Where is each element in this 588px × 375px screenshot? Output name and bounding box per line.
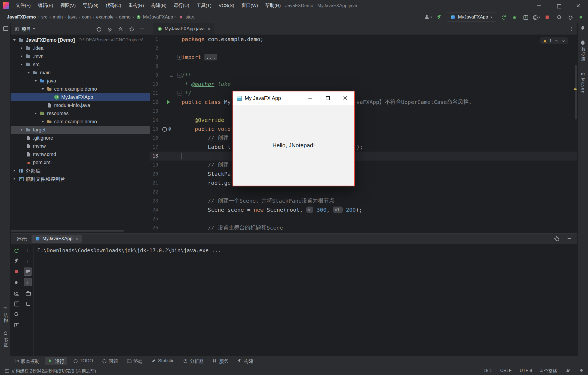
bottombar-tab[interactable]: Statistic <box>148 357 177 364</box>
javafx-maximize-button[interactable] <box>319 91 336 105</box>
bottombar-tab[interactable]: 服务 <box>209 357 231 365</box>
chevron-down-icon[interactable] <box>26 70 31 75</box>
hide-button[interactable] <box>138 24 146 33</box>
tree-item[interactable]: .mvn <box>11 52 150 60</box>
code-line[interactable]: 9−/** <box>150 71 577 80</box>
search-button[interactable] <box>555 13 564 21</box>
chevron-up-icon[interactable] <box>554 39 558 43</box>
breadcrumb-item[interactable]: java <box>68 14 76 20</box>
run-icon[interactable] <box>166 99 171 105</box>
chevron-right-icon[interactable] <box>19 46 24 50</box>
camera-button[interactable] <box>12 289 20 297</box>
breadcrumb-item[interactable]: com <box>82 14 91 20</box>
status-item[interactable]: 4 个空格 <box>540 367 557 374</box>
breadcrumb-item[interactable]: start <box>178 14 194 20</box>
code-line[interactable]: 21 root.ge <box>150 179 577 187</box>
breadcrumb-item[interactable]: src <box>41 14 47 20</box>
chevron-down-icon[interactable] <box>41 87 45 91</box>
tree-item[interactable]: main <box>11 69 150 77</box>
tree-item[interactable]: src <box>11 60 150 69</box>
chevron-down-icon[interactable] <box>33 79 38 83</box>
close-icon[interactable] <box>207 26 210 32</box>
menubar-item[interactable]: 编辑(E) <box>34 0 57 11</box>
bug-button[interactable] <box>12 278 20 286</box>
code-line[interactable]: 14 @Override <box>150 116 577 125</box>
import-button[interactable] <box>12 299 20 308</box>
code-line[interactable]: 18 <box>150 152 577 161</box>
menubar-item[interactable]: 窗口(W) <box>238 0 262 11</box>
javafx-minimize-button[interactable] <box>302 91 319 105</box>
breadcrumb-item[interactable]: MyJavaFXApp <box>136 14 173 20</box>
printer-button[interactable] <box>24 289 32 297</box>
bottombar-tab[interactable]: 运行 <box>45 357 67 365</box>
menubar-item[interactable]: 运行(U) <box>170 0 193 11</box>
code-line[interactable]: 16 // 创建 <box>150 134 577 143</box>
locate-button[interactable] <box>94 24 103 33</box>
collapseall-button[interactable] <box>116 24 125 33</box>
tree-item[interactable]: com.example.demo <box>11 118 150 126</box>
toolwindow-button[interactable]: Maven <box>580 71 586 94</box>
toolwindow-button[interactable]: 书签 <box>2 331 8 348</box>
code-line[interactable]: 17); Label l <box>150 143 577 152</box>
code-line[interactable]: 23 // 创建一个Scene，并将StackPane设置为根节点 <box>150 196 577 205</box>
code-line[interactable]: 12vaFXApp】不符合UpperCamelCase命名风格。public c… <box>150 98 577 107</box>
breadcrumb-item[interactable]: main <box>53 14 63 20</box>
chevron-right-icon[interactable] <box>19 54 24 59</box>
fold-minus-icon[interactable]: − <box>177 91 182 96</box>
fold-plus-icon[interactable]: + <box>177 55 182 60</box>
more-options-icon[interactable] <box>569 26 575 32</box>
code-line[interactable]: 25 <box>150 214 577 223</box>
status-item[interactable]: CRLF <box>500 368 512 373</box>
stop-button[interactable] <box>543 13 552 21</box>
code-line[interactable]: 15 public void <box>150 125 577 134</box>
scrollend-button[interactable] <box>24 278 32 286</box>
trash-button[interactable] <box>24 299 32 308</box>
menubar-item[interactable]: 代码(C) <box>102 0 125 11</box>
rerun-button[interactable] <box>12 246 20 254</box>
search-button[interactable] <box>12 310 20 318</box>
expandall-button[interactable] <box>105 24 114 33</box>
code-line[interactable]: 26 // 设置主舞台的标题和Scene <box>150 223 577 232</box>
tree-item[interactable]: 临时文件和控制台 <box>11 175 150 183</box>
code-line[interactable]: 24 Scene scene = new Scene(root, v: 300,… <box>150 205 577 214</box>
window-minimize-button[interactable] <box>529 0 549 11</box>
tree-item[interactable]: .gitignore <box>11 134 150 142</box>
horizontal-scrollbar[interactable] <box>11 230 124 232</box>
settings-button[interactable] <box>127 24 136 33</box>
stop-button[interactable] <box>12 268 20 276</box>
breadcrumb-item[interactable]: JavaFXDemo <box>7 14 36 20</box>
code-line[interactable]: 22 <box>150 187 577 196</box>
globe-button[interactable] <box>532 13 541 21</box>
code-line[interactable]: 10 * @author luke <box>150 80 577 89</box>
bottombar-tab[interactable]: 分析器 <box>180 357 206 365</box>
bottombar-tab[interactable]: TODO <box>70 357 96 364</box>
status-item[interactable]: UTF-8 <box>520 368 532 373</box>
inspections-widget[interactable]: 1 <box>540 37 568 44</box>
override-icon[interactable] <box>161 126 167 132</box>
menubar-item[interactable]: 视图(V) <box>57 0 79 11</box>
editor-scrollbar[interactable] <box>575 65 577 119</box>
tree-item[interactable]: module-info.java <box>11 101 150 109</box>
code-line[interactable]: 8 <box>150 62 577 71</box>
user-button[interactable] <box>424 13 433 21</box>
code-editor[interactable]: 1package com.example.demo;23+import ...8… <box>150 35 577 233</box>
grid-button[interactable] <box>12 321 20 329</box>
bottombar-tab[interactable]: 终端 <box>123 357 145 365</box>
tree-item[interactable]: mvnw.cmd <box>11 150 150 158</box>
code-line[interactable]: 20 StackPa <box>150 170 577 179</box>
toolwindow-button[interactable]: 数据库 <box>580 40 586 62</box>
run-config-selector[interactable]: MyJavaFXApp <box>447 13 496 22</box>
bottombar-tab[interactable]: 问题 <box>99 357 121 365</box>
wrench-button[interactable] <box>12 257 20 265</box>
menubar-item[interactable]: 工具(T) <box>193 0 215 11</box>
softwrap-button[interactable] <box>24 268 32 276</box>
list-icon[interactable] <box>169 72 174 78</box>
menubar-item[interactable]: VCS(S) <box>215 0 238 11</box>
status-item[interactable]: 18:1 <box>483 368 492 373</box>
editor-tab[interactable]: MyJavaFXApp.java <box>153 23 214 35</box>
chevron-down-icon[interactable] <box>561 39 565 43</box>
window-close-button[interactable] <box>568 0 588 11</box>
console-output[interactable]: E:\Downloads\CodesDownloads\jdk\jdk-17.0… <box>33 244 577 356</box>
code-line[interactable]: 3+import ... <box>150 53 577 62</box>
tree-item[interactable]: java <box>11 77 150 85</box>
